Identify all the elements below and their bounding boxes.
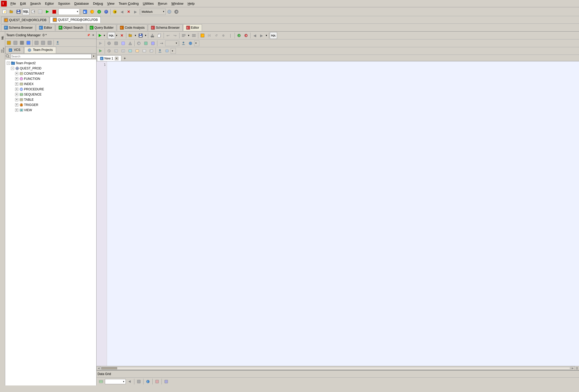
editor-tab-new1[interactable]: S New 1 ✕ <box>97 55 121 61</box>
ed-tb3-btn7[interactable]: ⬜ <box>141 47 148 54</box>
tree-item-procedure[interactable]: + P() PROCEDURE <box>5 87 96 92</box>
menu-window[interactable]: Window <box>169 1 186 6</box>
tree-item-team-project2[interactable]: − Team Project2 <box>5 61 96 66</box>
ed-tb2-globe-btn[interactable] <box>187 40 194 47</box>
panel-tb-btn-4[interactable] <box>25 40 32 46</box>
dg-tb-btn-5[interactable] <box>154 378 160 385</box>
ed-tb2-btn4[interactable] <box>120 40 127 47</box>
panel-pin-button[interactable]: 📌 <box>86 33 91 37</box>
ed-tb2-person-btn[interactable] <box>180 40 187 47</box>
tool-tab-object-search[interactable]: 🔍 Object Search <box>56 24 86 31</box>
ed-tb3-btn6[interactable] <box>134 47 141 54</box>
panel-tb-person-btn[interactable] <box>55 40 61 46</box>
ed-tb2-btn9[interactable] <box>158 40 165 47</box>
menu-debug[interactable]: Debug <box>91 1 105 6</box>
ed-tb-undo[interactable]: ↩ <box>165 32 171 39</box>
ed-tb3-btn4[interactable]: ↪ <box>120 47 127 54</box>
panel-subtab-vcs[interactable]: V VCS <box>5 47 24 53</box>
ed-tb-nav-arrow[interactable]: ▼ <box>265 32 268 39</box>
ed-tb3-btn5[interactable] <box>127 47 134 54</box>
panel-tb-btn-7[interactable] <box>46 40 53 46</box>
ed-tb2-btn2[interactable] <box>106 40 112 47</box>
tree-expand-function[interactable]: + <box>15 77 19 81</box>
ed-tb2-btn5[interactable] <box>127 40 134 47</box>
tb-btn-5[interactable]: ★ <box>111 8 118 15</box>
save-button[interactable] <box>15 8 22 15</box>
tb-x-btn[interactable]: ✕ <box>125 8 132 15</box>
editor-tab-new1-close[interactable]: ✕ <box>115 57 118 60</box>
menu-help[interactable]: Help <box>186 1 197 6</box>
tree-expand-trigger[interactable]: + <box>15 103 19 107</box>
ed-tb-save[interactable] <box>137 32 144 39</box>
scrollbar-thumb[interactable] <box>102 367 117 369</box>
ed-tb-nav-forward[interactable]: ▶ <box>258 32 265 39</box>
stop-button[interactable] <box>51 8 58 15</box>
ed-tb2-btn8[interactable] <box>150 40 156 47</box>
editor-tb-run-dropdown[interactable] <box>97 32 103 39</box>
dg-tb-btn-2[interactable] <box>126 378 133 385</box>
tree-item-index[interactable]: + INDEX <box>5 81 96 87</box>
ed-tb-open-arrow[interactable]: ▼ <box>134 32 137 39</box>
tree-item-quest-prod[interactable]: − QUEST_PROD <box>5 66 96 71</box>
tree-expand-procedure[interactable]: + <box>15 87 19 91</box>
new-file-button[interactable]: ⚡ <box>1 8 8 15</box>
menu-view[interactable]: View <box>105 1 117 6</box>
ed-tb2-btn1[interactable] <box>97 40 104 47</box>
tool-tab-query-builder[interactable]: Q Query Builder <box>87 24 116 31</box>
ed-tb3-dropdown[interactable]: ▼ <box>171 48 176 54</box>
ed-tb-special-5[interactable]: | <box>227 32 234 39</box>
ed-tb-format[interactable] <box>180 32 187 39</box>
tb-btn-2[interactable]: ⚡ <box>89 8 95 15</box>
profile-btn-2[interactable]: ✕ <box>173 8 180 15</box>
panel-tb-btn-1[interactable] <box>6 40 12 46</box>
execute-dropdown[interactable]: ▼ <box>58 9 79 15</box>
menu-utilities[interactable]: Utilities <box>141 1 156 6</box>
tool-tab-code-analysis[interactable]: C Code Analysis <box>117 24 147 31</box>
panel-search-dropdown[interactable]: ▼ <box>92 54 96 59</box>
h-scrollbar[interactable]: ◀ ▶ ||| <box>97 366 579 370</box>
ed-tb-save-arrow[interactable]: ▼ <box>144 32 147 39</box>
ed-tb-rollback[interactable]: ✕ <box>243 32 249 39</box>
ed-tb3-person-btn[interactable] <box>157 47 163 54</box>
ed-tb-sql-arrow[interactable]: ▼ <box>115 32 118 39</box>
conn-tab-quest-dev[interactable]: ⚡ QUEST_DEV@ORCLPDB <box>1 17 49 23</box>
ed-tb-format-arrow[interactable]: ▼ <box>187 32 190 39</box>
scrollbar-track[interactable] <box>101 367 570 370</box>
ed-tb3-btn3[interactable]: ↩ <box>113 47 120 54</box>
ed-tb-sql-right[interactable]: SQL <box>270 32 277 39</box>
ed-tb-sql-plus[interactable]: SQL <box>108 32 115 39</box>
menu-session[interactable]: Session <box>56 1 72 6</box>
menu-editor[interactable]: Editor <box>43 1 56 6</box>
tree-item-table[interactable]: + TABLE <box>5 97 96 102</box>
panel-tb-btn-2[interactable] <box>12 40 19 46</box>
tb-nav-left[interactable]: ◀ <box>118 8 125 15</box>
menu-edit[interactable]: Edit <box>18 1 28 6</box>
ed-tb-nav-back[interactable]: ◀ <box>251 32 258 39</box>
ed-tb-special-2[interactable]: (x) <box>206 32 213 39</box>
tb-btn-1[interactable]: ▶ <box>82 8 88 15</box>
ed-tb-cols[interactable] <box>190 32 197 39</box>
sql-button[interactable]: SQL <box>22 8 29 15</box>
dg-tb-btn-3[interactable] <box>135 378 142 385</box>
conn-tab-quest-prod[interactable]: ⚡ QUEST_PROD@ORCLPDB <box>50 17 101 23</box>
dg-tb-btn-4[interactable]: i <box>145 378 151 385</box>
sql-recall-strip-btn[interactable]: SQLRecall <box>0 44 5 57</box>
dg-tb-btn-6[interactable] <box>163 378 170 385</box>
ed-tb-special-1[interactable]: ⚡ <box>199 32 206 39</box>
print-button[interactable] <box>30 8 37 15</box>
tool-tab-editor-1[interactable]: E Editor <box>36 24 55 31</box>
tool-tab-schema-browser-2[interactable]: S Schema Browser <box>148 24 182 31</box>
tree-expand-sequence[interactable]: + <box>15 92 19 97</box>
profile-btn-1[interactable] <box>166 8 173 15</box>
tree-expand-constraint[interactable]: + <box>15 72 19 76</box>
sql-strip-btn[interactable]: SQL <box>0 33 5 43</box>
tree-item-trigger[interactable]: + TRIGGER <box>5 102 96 108</box>
panel-tb-btn-6[interactable] <box>40 40 46 46</box>
ed-tb-redo[interactable]: ↪ <box>172 32 178 39</box>
scroll-right-btn[interactable]: ▶ <box>571 366 575 370</box>
ed-tb-cut[interactable] <box>149 32 156 39</box>
menu-search[interactable]: Search <box>28 1 43 6</box>
menu-rerun[interactable]: Rerun <box>156 1 169 6</box>
ed-tb-copy[interactable] <box>156 32 163 39</box>
tree-item-function[interactable]: + f() FUNCTION <box>5 76 96 81</box>
